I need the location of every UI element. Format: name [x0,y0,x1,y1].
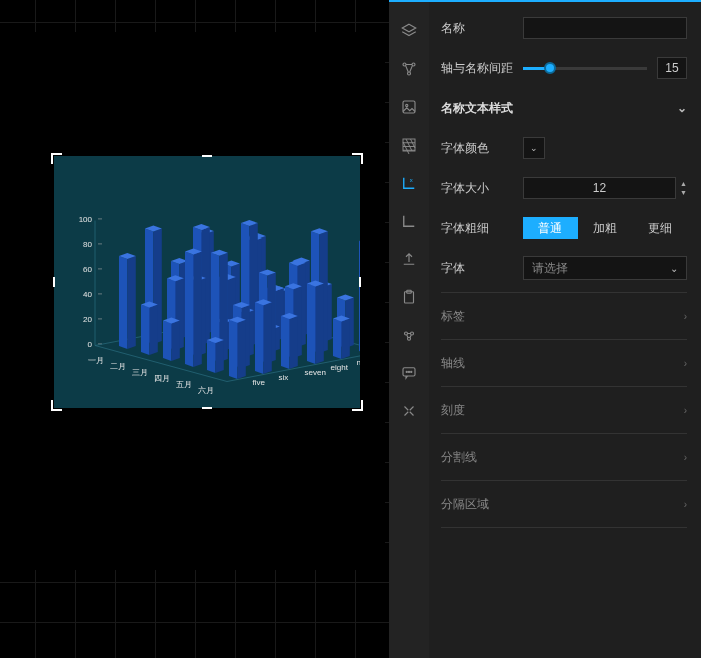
svg-marker-119 [229,320,237,379]
svg-marker-110 [163,321,171,362]
chevron-down-icon: ⌄ [670,263,678,274]
svg-marker-47 [333,319,341,360]
resize-handle-tl[interactable] [51,153,62,164]
input-name[interactable] [523,17,687,39]
svg-marker-111 [171,321,179,362]
svg-marker-108 [149,305,157,356]
svg-marker-84 [289,316,297,369]
svg-text:80: 80 [83,240,92,249]
label-gap: 轴与名称间距 [441,60,523,77]
hatch-icon[interactable] [389,126,429,164]
chevron-right-icon: › [684,358,687,369]
divider [441,433,687,434]
tools-icon[interactable] [389,392,429,430]
svg-marker-104 [119,256,127,349]
divider [441,386,687,387]
divider [441,339,687,340]
svg-marker-83 [281,316,289,369]
font-weight-bold[interactable]: 加粗 [578,217,633,239]
svg-point-148 [408,371,409,372]
color-picker-button[interactable]: ⌄ [523,137,545,159]
label-font-color: 字体颜色 [441,140,523,157]
svg-rect-137 [403,101,415,113]
section-tick-title: 刻度 [441,402,465,419]
section-label[interactable]: 标签 › [441,297,687,335]
section-split-line-title: 分割线 [441,449,477,466]
label-name: 名称 [441,20,523,37]
svg-text:一月: 一月 [88,356,104,365]
svg-marker-29 [359,241,360,354]
svg-marker-114 [193,252,201,368]
svg-text:100: 100 [79,215,93,224]
section-axis-line[interactable]: 轴线 › [441,344,687,382]
font-weight-group: 普通 加粗 更细 [523,217,687,239]
nodes-icon[interactable] [389,50,429,88]
chart-svg: 020406080100一月二月三月四月五月六月fivesixseveneigh… [54,156,360,408]
svg-point-135 [412,63,415,66]
chat-icon[interactable] [389,354,429,392]
svg-marker-105 [127,256,135,349]
section-split-line[interactable]: 分割线 › [441,438,687,476]
svg-marker-65 [307,284,315,365]
section-split-area[interactable]: 分隔区域 › [441,485,687,523]
section-axis-line-title: 轴线 [441,355,465,372]
svg-text:五月: 五月 [176,380,192,389]
divider [441,480,687,481]
svg-marker-101 [255,302,263,374]
clipboard-icon[interactable] [389,278,429,316]
chart-3d-bar[interactable]: 020406080100一月二月三月四月五月六月fivesixseveneigh… [54,156,360,408]
chevron-right-icon: › [684,311,687,322]
font-size-up[interactable]: ▲ [680,179,687,188]
svg-text:二月: 二月 [110,362,126,371]
section-tick[interactable]: 刻度 › [441,391,687,429]
svg-text:eight: eight [331,363,349,372]
svg-text:20: 20 [83,315,92,324]
chevron-right-icon: › [684,405,687,416]
font-size-down[interactable]: ▼ [680,188,687,197]
label-font-size: 字体大小 [441,180,523,197]
svg-text:five: five [253,378,266,387]
image-icon[interactable] [389,88,429,126]
resize-handle-br[interactable] [352,400,363,411]
layers-icon[interactable] [389,12,429,50]
axis-y-icon[interactable] [389,202,429,240]
input-gap-value[interactable] [657,57,687,79]
svg-text:60: 60 [83,265,92,274]
resize-handle-t[interactable] [202,155,212,157]
chevron-down-icon: ⌄ [677,101,687,115]
svg-marker-102 [263,302,271,374]
input-font-size[interactable] [523,177,676,199]
divider [441,527,687,528]
svg-marker-48 [341,319,349,360]
chevron-right-icon: › [684,499,687,510]
svg-point-147 [406,371,407,372]
select-font-family-value: 请选择 [532,260,568,277]
section-title-name-text-style: 名称文本样式 [441,100,513,117]
svg-text:six: six [279,373,289,382]
svg-text:0: 0 [88,340,93,349]
font-weight-normal[interactable]: 普通 [523,217,578,239]
slider-gap[interactable] [523,67,657,70]
select-font-family[interactable]: 请选择 ⌄ [523,256,687,280]
resize-handle-bl[interactable] [51,400,62,411]
panel-controls: 名称 轴与名称间距 名称文本样式 ⌄ 字体颜色 ⌄ 字体大小 [429,2,701,658]
label-font-family: 字体 [441,260,523,277]
resize-handle-l[interactable] [53,277,55,287]
resize-handle-tr[interactable] [352,153,363,164]
svg-point-149 [411,371,412,372]
section-name-text-style[interactable]: 名称文本样式 ⌄ [441,88,687,128]
svg-marker-66 [315,284,323,365]
divider [441,292,687,293]
svg-text:nine: nine [357,358,360,367]
svg-marker-113 [185,252,193,368]
chain-icon[interactable] [389,316,429,354]
resize-handle-r[interactable] [359,277,361,287]
svg-marker-120 [237,320,245,379]
svg-text:四月: 四月 [154,374,170,383]
label-font-weight: 字体粗细 [441,220,523,237]
svg-text:三月: 三月 [132,368,148,377]
font-weight-thin[interactable]: 更细 [632,217,687,239]
upload-icon[interactable] [389,240,429,278]
axis-x-icon[interactable]: x [389,164,429,202]
resize-handle-b[interactable] [202,407,212,409]
